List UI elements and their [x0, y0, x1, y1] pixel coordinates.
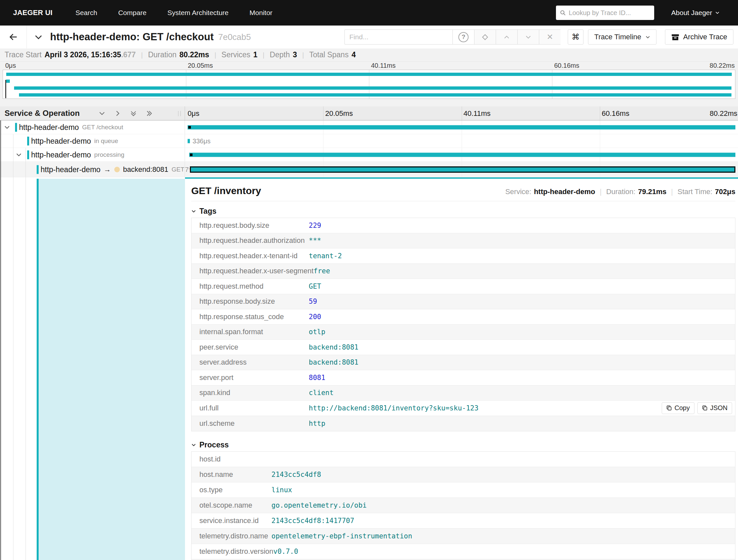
kv-value: v0.7.0 — [273, 548, 298, 555]
span-labels: http-header-demo→backend:8081GET ... — [41, 165, 185, 174]
span-row[interactable]: http-header-demoGET /checkout — [0, 120, 738, 134]
span-tree-cell[interactable]: http-header-demoGET /checkout — [0, 120, 185, 134]
timeline-gridline — [323, 134, 324, 148]
span-track[interactable] — [185, 148, 738, 161]
span-track[interactable]: 79.21ms — [185, 162, 738, 177]
kv-key: http.response.status_code — [192, 313, 309, 321]
find-help-button[interactable]: ? — [452, 29, 474, 44]
span-track[interactable]: 336μs — [185, 134, 738, 148]
summary-label: Total Spans — [309, 50, 348, 59]
span-expand-chevron-icon[interactable] — [16, 151, 22, 158]
tag-row[interactable]: http.request.body.size229 — [192, 218, 735, 233]
span-row[interactable]: http-header-demoin queue336μs — [0, 134, 738, 148]
meta-label: Service: — [505, 187, 531, 196]
span-color-accent — [37, 165, 39, 174]
span-duration-bar[interactable] — [189, 152, 735, 157]
tag-row[interactable]: url.fullhttp://backend:8081/inventory?sk… — [192, 401, 735, 416]
process-row[interactable]: service.instance.id2143cc5c4df8:1417707 — [192, 513, 735, 529]
collapse-one-icon[interactable] — [98, 110, 105, 117]
span-expand-chevron-icon[interactable] — [4, 124, 10, 130]
summary-separator: | — [215, 51, 216, 59]
tag-row[interactable]: http.response.body.size59 — [192, 294, 735, 310]
meta-value: 702μs — [715, 187, 735, 196]
span-tree-cell[interactable]: http-header-demoin queue — [0, 134, 185, 148]
process-section-toggle[interactable]: Process — [191, 439, 735, 450]
process-row[interactable]: host.name2143cc5c4df8 — [192, 467, 735, 482]
expand-all-icon[interactable] — [146, 110, 152, 117]
tree-toolbar — [98, 110, 152, 117]
tag-row[interactable]: span.kindclient — [192, 386, 735, 401]
span-row[interactable]: http-header-demo→backend:8081GET ...79.2… — [0, 162, 738, 177]
span-labels: http-header-demoprocessing — [31, 150, 124, 159]
timeline-column-header: Service & Operation 0μs20.05ms40.11ms60.… — [0, 106, 738, 120]
nav-item-system-architecture[interactable]: System Architecture — [167, 9, 229, 17]
span-duration-bar[interactable] — [188, 139, 190, 143]
tick-label: 40.11ms — [464, 109, 491, 118]
process-row[interactable]: telemetry.distro.versionv0.7.0 — [192, 544, 735, 559]
trace-view-dropdown[interactable]: Trace Timeline — [588, 29, 656, 44]
tag-row[interactable]: server.port8081 — [192, 370, 735, 386]
span-detail-section: GET /inventory Service:http-header-demo|… — [0, 177, 738, 560]
summary-label: Trace Start — [5, 50, 42, 59]
trace-id-short: 7e0cab5 — [218, 32, 251, 42]
nav-item-compare[interactable]: Compare — [118, 9, 146, 17]
minimap-canvas[interactable] — [3, 70, 735, 99]
tag-row[interactable]: peer.servicebackend:8081 — [192, 340, 735, 355]
collapse-all-icon[interactable] — [130, 110, 137, 117]
tag-row[interactable]: server.addressbackend:8081 — [192, 355, 735, 371]
trace-collapse-toggle[interactable] — [34, 33, 43, 42]
about-jaeger-menu[interactable]: About Jaeger — [671, 9, 720, 17]
tag-row[interactable]: http.response.status_code200 — [192, 309, 735, 325]
trace-title: http-header-demo: GET /checkout — [50, 31, 214, 43]
minimap-tick-labels: 0μs20.05ms40.11ms60.16ms80.22ms — [3, 62, 735, 69]
process-row[interactable]: host.id — [192, 452, 735, 467]
span-duration-bar[interactable] — [190, 166, 735, 172]
archive-icon — [671, 33, 679, 41]
tag-row[interactable]: http.request.methodGET — [192, 279, 735, 294]
span-operation-title: GET /inventory — [191, 185, 261, 196]
back-button[interactable] — [0, 26, 27, 48]
process-row[interactable]: os.typelinux — [192, 482, 735, 498]
trace-lookup[interactable] — [556, 6, 654, 20]
span-operation-name: GET /checkout — [82, 124, 123, 131]
kv-key: os.type — [192, 486, 272, 494]
process-row[interactable]: telemetry.distro.nameopentelemetry-ebpf-… — [192, 529, 735, 544]
tag-row[interactable]: internal.span.formatotlp — [192, 325, 735, 340]
kv-value: 229 — [309, 221, 321, 229]
nav-item-monitor[interactable]: Monitor — [250, 9, 272, 17]
trace-lookup-input[interactable] — [569, 9, 656, 17]
tag-row[interactable]: http.request.header.authorization*** — [192, 233, 735, 249]
tags-section-toggle[interactable]: Tags — [191, 205, 735, 217]
arrow-right-icon: → — [104, 165, 111, 174]
peer-service-name: backend:8081 — [123, 165, 168, 174]
find-input[interactable] — [344, 29, 452, 44]
copy-value-button[interactable]: Copy — [662, 402, 694, 414]
app-brand[interactable]: JAEGER UI — [13, 9, 52, 17]
chevron-down-icon — [191, 209, 196, 214]
span-row[interactable]: http-header-demoprocessing — [0, 148, 738, 162]
find-focus-button[interactable] — [474, 29, 496, 44]
span-tree-cell[interactable]: http-header-demo→backend:8081GET ... — [0, 162, 185, 177]
tag-row[interactable]: url.schemehttp — [192, 416, 735, 431]
nav-item-search[interactable]: Search — [75, 9, 97, 17]
chevron-down-icon — [715, 10, 720, 15]
expand-one-icon[interactable] — [114, 110, 121, 117]
trace-page-header: http-header-demo: GET /checkout 7e0cab5 … — [0, 26, 738, 48]
tag-row[interactable]: http.request.header.x-tenant-idtenant-2 — [192, 248, 735, 264]
archive-trace-button[interactable]: Archive Trace — [665, 29, 734, 44]
meta-value: 79.21ms — [638, 187, 667, 196]
kv-value: opentelemetry-ebpf-instrumentation — [272, 532, 412, 540]
find-next-button[interactable] — [517, 29, 539, 44]
span-operation-name: processing — [94, 151, 124, 158]
tag-row[interactable]: http.request.header.x-user-segmentfree — [192, 264, 735, 279]
span-track[interactable] — [185, 120, 738, 134]
find-clear-button[interactable]: ✕ — [539, 29, 561, 44]
view-json-button[interactable]: JSON — [697, 402, 732, 414]
kv-key: http.request.header.x-tenant-id — [192, 252, 309, 260]
span-duration-bar[interactable] — [188, 125, 735, 129]
process-row[interactable]: otel.scope.namego.opentelemetry.io/obi — [192, 498, 735, 513]
column-resize-handle[interactable] — [178, 111, 181, 116]
keyboard-shortcuts-button[interactable]: ⌘ — [568, 29, 584, 44]
find-prev-button[interactable] — [496, 29, 517, 44]
span-tree-cell[interactable]: http-header-demoprocessing — [0, 148, 185, 161]
